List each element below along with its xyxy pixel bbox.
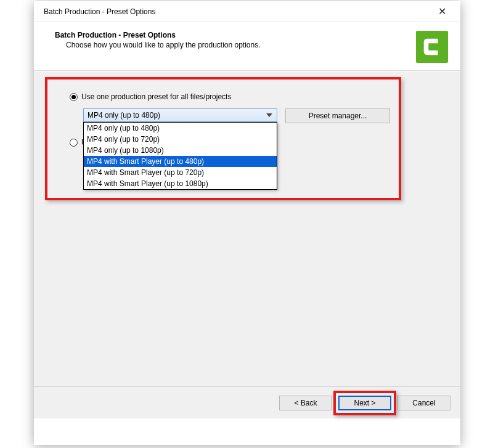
- preset-manager-button[interactable]: Preset manager...: [285, 108, 390, 123]
- back-button[interactable]: < Back: [279, 396, 332, 410]
- close-icon[interactable]: ✕: [430, 2, 454, 21]
- next-button[interactable]: Next >: [338, 396, 391, 410]
- radio-use-one-preset[interactable]: Use one production preset for all files/…: [70, 92, 231, 101]
- radio-icon: [70, 93, 78, 101]
- list-item[interactable]: MP4 only (up to 720p): [84, 134, 277, 145]
- list-item[interactable]: MP4 only (up to 1080p): [84, 145, 277, 156]
- header-title: Batch Production - Preset Options: [55, 31, 416, 39]
- radio-icon: [70, 139, 78, 147]
- preset-combo[interactable]: MP4 only (up to 480p): [83, 108, 277, 122]
- chevron-down-icon: [264, 110, 274, 121]
- dialog-window: Batch Production - Preset Options ✕ Batc…: [34, 1, 460, 445]
- radio-label: Use one production preset for all files/…: [81, 92, 231, 101]
- content-area: Use one production preset for all files/…: [34, 71, 460, 418]
- app-logo: [416, 31, 448, 63]
- list-item-selected[interactable]: MP4 with Smart Player (up to 480p): [84, 156, 277, 167]
- header: Batch Production - Preset Options Choose…: [34, 22, 460, 71]
- preset-dropdown-list[interactable]: MP4 only (up to 480p) MP4 only (up to 72…: [83, 122, 277, 190]
- footer: < Back Next > Cancel: [34, 386, 460, 418]
- list-item[interactable]: MP4 only (up to 480p): [84, 123, 277, 134]
- cancel-button[interactable]: Cancel: [397, 396, 450, 410]
- header-subtitle: Choose how you would like to apply the p…: [55, 41, 416, 49]
- list-item[interactable]: MP4 with Smart Player (up to 1080p): [84, 178, 277, 189]
- combo-selected-text: MP4 only (up to 480p): [88, 111, 160, 120]
- list-item[interactable]: MP4 with Smart Player (up to 720p): [84, 167, 277, 178]
- window-title: Batch Production - Preset Options: [44, 7, 430, 16]
- titlebar: Batch Production - Preset Options ✕: [34, 1, 460, 22]
